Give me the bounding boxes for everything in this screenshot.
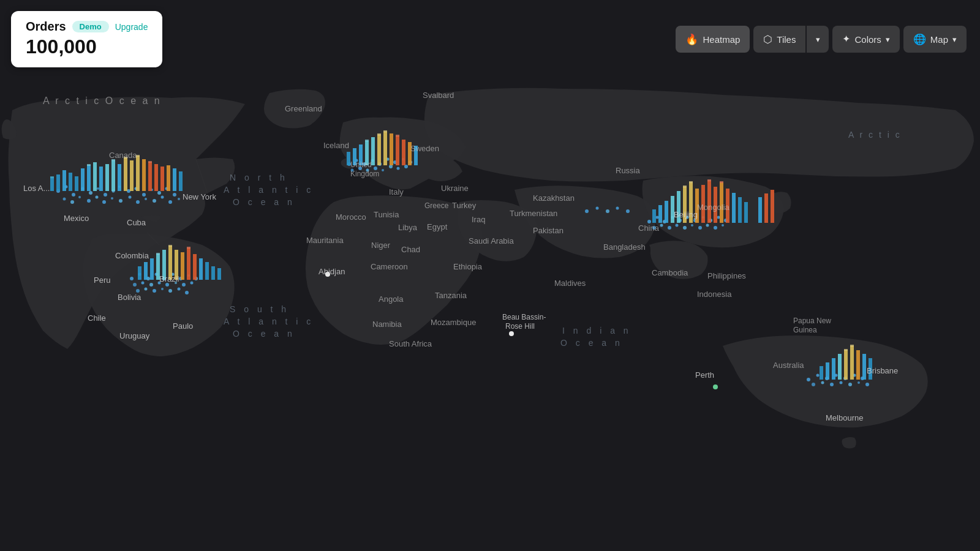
svg-rect-204 [844,349,848,351]
svg-rect-202 [862,354,866,380]
svg-text:United: United [350,160,372,169]
svg-text:Russia: Russia [616,166,641,175]
svg-text:N o r t h: N o r t h [230,173,288,182]
heatmap-button[interactable]: 🔥 Heatmap [676,26,750,53]
svg-rect-83 [371,137,375,165]
svg-rect-129 [732,193,736,223]
svg-point-5 [72,193,75,197]
map-chevron-icon: ▾ [952,35,957,44]
svg-text:Angola: Angola [379,294,404,304]
svg-rect-87 [396,136,399,165]
svg-rect-163 [138,266,141,280]
orders-label: Orders [26,20,66,34]
svg-text:Rose Hill: Rose Hill [505,322,535,331]
tiles-button[interactable]: ⬡ Tiles [753,26,805,53]
svg-point-209 [585,209,589,213]
svg-text:Mozambique: Mozambique [431,318,476,327]
svg-rect-175 [211,266,215,280]
svg-text:Egypt: Egypt [427,222,448,231]
map-button[interactable]: 🌐 Map ▾ [903,26,967,53]
svg-point-25 [111,197,113,200]
svg-text:Tunisia: Tunisia [374,210,399,219]
svg-point-149 [141,282,145,285]
svg-point-159 [161,288,164,290]
svg-text:Greenland: Greenland [285,104,322,113]
svg-point-192 [848,383,852,386]
svg-text:Brisbane: Brisbane [867,366,898,375]
svg-point-29 [145,198,147,200]
svg-text:South Africa: South Africa [389,339,432,348]
svg-text:Maldives: Maldives [554,279,586,288]
svg-text:Niger: Niger [371,241,391,250]
svg-text:Uruguay: Uruguay [119,331,150,340]
svg-point-210 [596,207,599,210]
svg-rect-165 [150,258,154,280]
svg-rect-46 [124,158,127,191]
svg-rect-44 [111,160,115,191]
svg-rect-133 [764,193,768,223]
svg-rect-36 [62,170,66,191]
svg-text:Philippines: Philippines [707,271,746,280]
svg-text:A t l a n t i c: A t l a n t i c [224,185,314,195]
svg-rect-39 [81,168,85,191]
svg-text:Beau Bassin-: Beau Bassin- [502,313,546,321]
svg-text:Guinea: Guinea [793,326,817,334]
upgrade-link[interactable]: Upgrade [115,22,148,32]
svg-text:Chile: Chile [88,313,106,323]
svg-text:Chad: Chad [401,245,420,254]
svg-point-16 [157,191,161,195]
svg-point-113 [706,224,709,227]
svg-point-109 [676,224,679,227]
svg-point-108 [668,226,671,230]
svg-rect-93 [383,130,387,132]
svg-text:A r c t i c: A r c t i c [848,130,902,140]
svg-rect-130 [738,197,742,223]
svg-text:Ethiopia: Ethiopia [453,262,483,271]
svg-rect-178 [168,245,172,247]
svg-point-33 [178,198,180,200]
svg-text:Beijing: Beijing [674,210,698,219]
svg-point-206 [713,384,718,389]
svg-point-32 [168,200,172,204]
svg-text:Iceland: Iceland [323,141,349,150]
svg-rect-198 [838,354,842,380]
svg-rect-86 [390,133,393,165]
svg-rect-91 [365,140,369,141]
svg-point-26 [119,199,123,203]
svg-rect-199 [844,350,848,380]
svg-point-8 [97,187,99,190]
svg-rect-205 [850,345,854,347]
svg-text:Papua New: Papua New [793,317,831,325]
svg-text:Sweden: Sweden [410,144,439,153]
svg-rect-38 [75,176,78,191]
demo-badge: Demo [72,21,109,32]
svg-text:Pakistan: Pakistan [533,226,564,235]
svg-rect-171 [187,248,190,280]
toolbar: 🔥 Heatmap ⬡ Tiles ▾ ✦ Colors ▾ 🌐 Map ▾ [676,26,967,53]
svg-text:Svalbard: Svalbard [423,91,454,100]
svg-point-194 [865,383,869,386]
svg-point-18 [173,193,176,197]
tiles-dropdown-button[interactable]: ▾ [807,26,829,53]
svg-rect-47 [130,160,134,191]
svg-rect-40 [87,165,91,191]
svg-text:Mauritania: Mauritania [306,236,344,245]
colors-button[interactable]: ✦ Colors ▾ [832,26,899,53]
count-value: 100,000 [26,36,148,58]
svg-point-190 [830,383,834,386]
tiles-label: Tiles [777,34,796,45]
svg-rect-45 [118,164,121,191]
svg-rect-117 [658,205,662,223]
svg-point-155 [190,282,194,285]
svg-rect-176 [217,268,221,280]
svg-rect-52 [160,167,164,191]
svg-rect-48 [136,156,140,191]
svg-rect-134 [771,190,774,223]
svg-rect-197 [832,358,835,380]
svg-rect-57 [87,164,91,166]
svg-text:S o u t h: S o u t h [230,304,289,314]
svg-rect-43 [105,164,109,191]
svg-rect-35 [56,174,60,191]
svg-rect-34 [50,178,54,191]
map-container[interactable]: A r c t i c O c e a n N o r t h A t l a … [0,0,980,551]
